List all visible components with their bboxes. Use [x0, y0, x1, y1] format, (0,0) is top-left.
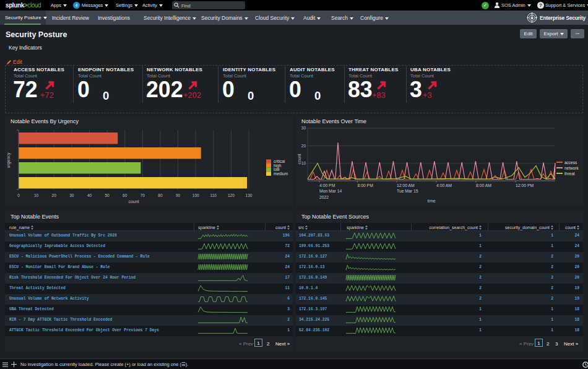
svg-text:130: 130: [246, 193, 253, 198]
svg-text:medium: medium: [274, 171, 288, 176]
svg-text:Tue Mar 15: Tue Mar 15: [397, 189, 418, 193]
svg-text:50: 50: [105, 193, 110, 198]
svg-text:threat: threat: [564, 171, 575, 176]
svg-text:2022: 2022: [319, 195, 329, 199]
svg-text:20: 20: [301, 144, 306, 148]
svg-text:0: 0: [17, 193, 20, 198]
svg-text:Mon Mar 14: Mon Mar 14: [319, 189, 342, 193]
svg-text:4:00 AM: 4:00 AM: [436, 183, 452, 188]
svg-text:8:00 PM: 8:00 PM: [358, 183, 374, 188]
svg-text:100: 100: [192, 193, 199, 198]
svg-text:110: 110: [210, 193, 217, 198]
svg-text:90: 90: [176, 193, 181, 198]
svg-text:4:00 PM: 4:00 PM: [319, 183, 335, 188]
svg-text:120: 120: [228, 193, 235, 198]
svg-text:30: 30: [69, 193, 74, 198]
svg-text:70: 70: [141, 193, 145, 198]
svg-text:12:00 AM: 12:00 AM: [397, 183, 415, 188]
svg-text:12:00 PM: 12:00 PM: [516, 183, 534, 188]
svg-text:60: 60: [123, 193, 128, 198]
svg-text:80: 80: [158, 193, 163, 198]
svg-text:access: access: [564, 160, 577, 165]
svg-text:time: time: [427, 199, 435, 203]
svg-text:count: count: [297, 154, 301, 164]
svg-text:count: count: [128, 199, 139, 204]
svg-text:10: 10: [301, 161, 306, 165]
svg-text:8:00 AM: 8:00 AM: [476, 183, 491, 188]
svg-text:30: 30: [301, 126, 306, 130]
svg-text:10: 10: [34, 193, 39, 198]
svg-text:40: 40: [87, 193, 92, 198]
svg-text:network: network: [564, 166, 579, 170]
svg-text:20: 20: [52, 193, 57, 198]
svg-text:urgency: urgency: [6, 152, 11, 168]
